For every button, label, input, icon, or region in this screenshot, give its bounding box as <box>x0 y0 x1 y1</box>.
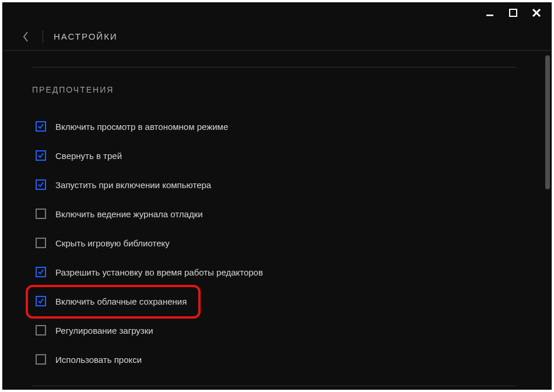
divider <box>32 67 516 68</box>
minimize-button[interactable] <box>485 8 495 18</box>
divider <box>32 386 516 386</box>
page-title: НАСТРОЙКИ <box>54 31 118 41</box>
checkbox[interactable] <box>36 296 46 306</box>
option-row[interactable]: Запустить при включении компьютера <box>32 170 516 199</box>
close-button[interactable] <box>531 8 542 18</box>
option-row[interactable]: Регулирование загрузки <box>32 316 516 345</box>
option-label: Скрыть игровую библиотеку <box>55 238 170 248</box>
checkbox[interactable] <box>36 325 46 336</box>
option-label: Свернуть в трей <box>55 151 122 161</box>
checkbox[interactable] <box>36 354 46 365</box>
svg-rect-0 <box>486 15 493 16</box>
svg-rect-1 <box>510 9 517 16</box>
option-label: Включить облачные сохранения <box>55 296 187 306</box>
content-area: ПРЕДПОЧТЕНИЯ Включить просмотр в автоном… <box>3 51 545 389</box>
header: НАСТРОЙКИ <box>3 23 551 51</box>
header-separator <box>43 30 43 43</box>
option-label: Включить просмотр в автономном режиме <box>55 122 228 132</box>
scrollbar[interactable] <box>545 53 550 387</box>
checkbox[interactable] <box>36 179 46 190</box>
checkbox[interactable] <box>36 121 46 132</box>
checkbox[interactable] <box>36 209 46 219</box>
option-row[interactable]: Включить ведение журнала отладки <box>32 199 516 228</box>
option-row[interactable]: Включить просмотр в автономном режиме <box>32 112 516 141</box>
maximize-icon <box>509 9 517 17</box>
maximize-button[interactable] <box>508 8 518 18</box>
checkbox[interactable] <box>36 150 46 161</box>
option-row[interactable]: Включить облачные сохранения <box>32 287 516 316</box>
option-label: Включить ведение журнала отладки <box>55 209 203 219</box>
checkbox[interactable] <box>36 238 46 248</box>
option-label: Запустить при включении компьютера <box>55 180 211 190</box>
option-label: Использовать прокси <box>55 355 142 365</box>
checkbox[interactable] <box>36 267 46 277</box>
app-window: НАСТРОЙКИ ПРЕДПОЧТЕНИЯ Включить просмотр… <box>2 2 552 390</box>
scroll-thumb[interactable] <box>545 55 550 189</box>
titlebar <box>3 3 551 23</box>
option-row[interactable]: Использовать прокси <box>32 345 516 374</box>
option-row[interactable]: Скрыть игровую библиотеку <box>32 228 516 257</box>
close-icon <box>532 8 541 17</box>
back-button[interactable] <box>19 30 32 43</box>
section-title: ПРЕДПОЧТЕНИЯ <box>32 85 516 94</box>
minimize-icon <box>486 9 494 17</box>
option-row[interactable]: Свернуть в трей <box>32 141 516 170</box>
option-label: Регулирование загрузки <box>55 326 153 336</box>
chevron-left-icon <box>22 31 29 43</box>
options-list: Включить просмотр в автономном режимеСве… <box>32 112 516 374</box>
option-row[interactable]: Разрешить установку во время работы реда… <box>32 257 516 287</box>
option-label: Разрешить установку во время работы реда… <box>55 267 263 277</box>
